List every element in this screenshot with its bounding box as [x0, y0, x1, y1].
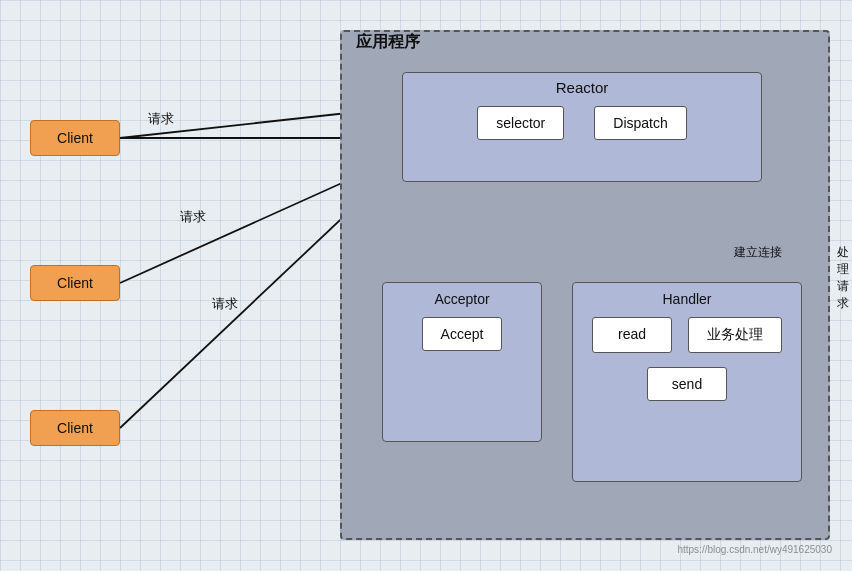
- acceptor-inner: Accept: [383, 317, 541, 351]
- app-container: 应用程序 Reactor selector Dispatch 建立连接 处理请求…: [340, 30, 830, 540]
- reactor-box: Reactor selector Dispatch: [402, 72, 762, 182]
- dispatch-box: Dispatch: [594, 106, 686, 140]
- handler-label: Handler: [573, 291, 801, 307]
- request-label-2: 请求: [180, 208, 206, 226]
- client-1: Client: [30, 120, 120, 156]
- establish-conn-label: 建立连接: [734, 244, 782, 261]
- accept-box: Accept: [422, 317, 503, 351]
- business-box: 业务处理: [688, 317, 782, 353]
- handler-row1: read 业务处理: [573, 317, 801, 353]
- handler-box: Handler read 业务处理 send: [572, 282, 802, 482]
- diagram: Client Client Client 请求 请求 请求 应用程序 React…: [0, 0, 852, 571]
- reactor-inner: selector Dispatch: [403, 106, 761, 140]
- selector-box: selector: [477, 106, 564, 140]
- app-label: 应用程序: [352, 30, 424, 55]
- request-label-1: 请求: [148, 110, 174, 128]
- acceptor-label: Acceptor: [383, 291, 541, 307]
- client-2: Client: [30, 265, 120, 301]
- acceptor-box: Acceptor Accept: [382, 282, 542, 442]
- client-3: Client: [30, 410, 120, 446]
- read-box: read: [592, 317, 672, 353]
- watermark: https://blog.csdn.net/wy491625030: [677, 544, 832, 555]
- request-label-3: 请求: [212, 295, 238, 313]
- handle-req-label: 处理请求: [837, 244, 849, 312]
- reactor-label: Reactor: [403, 79, 761, 96]
- send-box: send: [647, 367, 727, 401]
- handler-row2: send: [573, 367, 801, 401]
